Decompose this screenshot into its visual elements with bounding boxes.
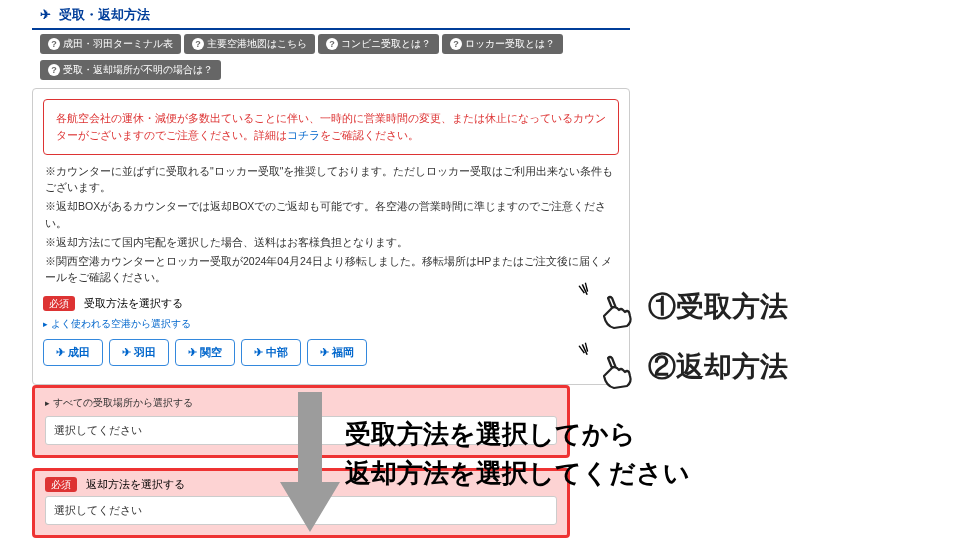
plane-icon: ✈ <box>40 7 51 22</box>
airport-chubu[interactable]: ✈中部 <box>241 339 301 366</box>
help-row-1: ?成田・羽田ターミナル表 ?主要空港地図はこちら ?コンビニ受取とは？ ?ロッカ… <box>32 30 960 56</box>
required-badge: 必須 <box>43 296 75 311</box>
notice-1: ※カウンターに並ばずに受取れる"ロッカー受取"を推奨しております。ただしロッカー… <box>43 163 619 199</box>
pickup-label: 受取方法を選択する <box>84 297 183 309</box>
help-terminal[interactable]: ?成田・羽田ターミナル表 <box>40 34 181 54</box>
help-icon: ? <box>450 38 462 50</box>
help-icon: ? <box>326 38 338 50</box>
notice-3: ※返却方法にて国内宅配を選択した場合、送料はお客様負担となります。 <box>43 234 619 253</box>
instruction-line-2: 返却方法を選択してください <box>345 454 690 493</box>
help-airport-map[interactable]: ?主要空港地図はこちら <box>184 34 315 54</box>
plane-icon: ✈ <box>188 346 197 359</box>
alert-link[interactable]: コチラ <box>287 129 320 141</box>
callout-pickup: ①受取方法 <box>648 288 788 326</box>
section-title: ✈ 受取・返却方法 <box>32 0 630 30</box>
airport-narita[interactable]: ✈成田 <box>43 339 103 366</box>
arrow-down-icon <box>280 392 340 534</box>
notice-4: ※関西空港カウンターとロッカー受取が2024年04月24日より移転しました。移転… <box>43 253 619 289</box>
popular-airports-link[interactable]: よく使われる空港から選択する <box>43 315 619 333</box>
help-locker[interactable]: ?ロッカー受取とは？ <box>442 34 563 54</box>
notice-2: ※返却BOXがあるカウンターでは返却BOXでのご返却も可能です。各空港の営業時間… <box>43 198 619 234</box>
help-icon: ? <box>192 38 204 50</box>
help-icon: ? <box>48 64 60 76</box>
required-badge: 必須 <box>45 477 77 492</box>
alert-text-2: をご確認ください。 <box>320 129 419 141</box>
plane-icon: ✈ <box>320 346 329 359</box>
return-label: 返却方法を選択する <box>86 478 185 490</box>
airport-fukuoka[interactable]: ✈福岡 <box>307 339 367 366</box>
callout-return: ②返却方法 <box>648 348 788 386</box>
airport-buttons: ✈成田 ✈羽田 ✈関空 ✈中部 ✈福岡 <box>43 339 619 366</box>
help-icon: ? <box>48 38 60 50</box>
plane-icon: ✈ <box>254 346 263 359</box>
plane-icon: ✈ <box>122 346 131 359</box>
instruction-line-1: 受取方法を選択してから <box>345 415 690 454</box>
pointer-hand-icon <box>592 348 638 396</box>
help-unknown-location[interactable]: ?受取・返却場所が不明の場合は？ <box>40 60 221 80</box>
help-row-2: ?受取・返却場所が不明の場合は？ <box>32 56 960 82</box>
airport-haneda[interactable]: ✈羽田 <box>109 339 169 366</box>
help-conveni[interactable]: ?コンビニ受取とは？ <box>318 34 439 54</box>
alert-box: 各航空会社の運休・減便が多数出ていることに伴い、一時的に営業時間の変更、または休… <box>43 99 619 155</box>
instruction-text: 受取方法を選択してから 返却方法を選択してください <box>345 415 690 493</box>
main-box: 各航空会社の運休・減便が多数出ていることに伴い、一時的に営業時間の変更、または休… <box>32 88 630 385</box>
section-title-text: 受取・返却方法 <box>59 7 150 22</box>
airport-kansai[interactable]: ✈関空 <box>175 339 235 366</box>
pickup-required-row: 必須 受取方法を選択する <box>43 296 619 311</box>
plane-icon: ✈ <box>56 346 65 359</box>
pointer-hand-icon <box>592 288 638 336</box>
